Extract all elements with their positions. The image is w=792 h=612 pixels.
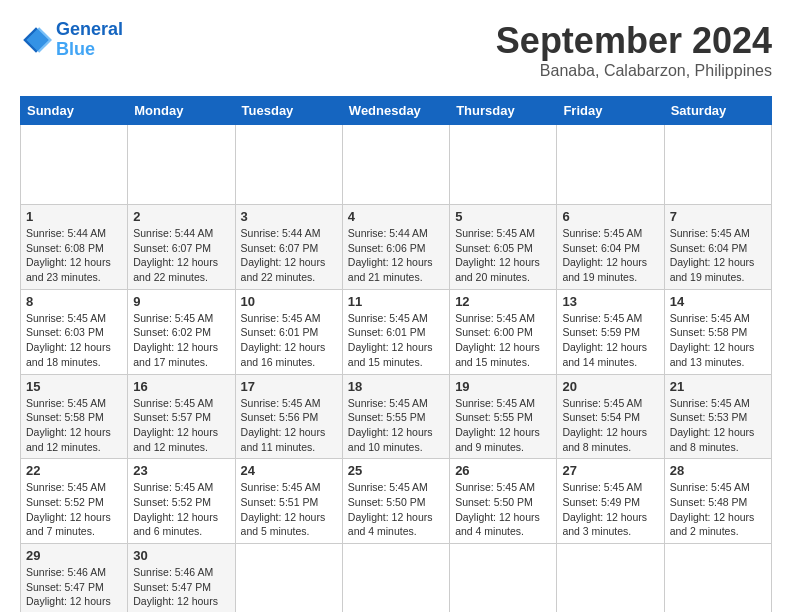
day-info: Sunrise: 5:45 AMSunset: 5:58 PMDaylight:… bbox=[26, 396, 122, 455]
month-year-title: September 2024 bbox=[496, 20, 772, 62]
weekday-header-row: SundayMondayTuesdayWednesdayThursdayFrid… bbox=[21, 97, 772, 125]
day-number: 16 bbox=[133, 379, 229, 394]
svg-marker-1 bbox=[26, 27, 52, 53]
calendar-week-row: 15Sunrise: 5:45 AMSunset: 5:58 PMDayligh… bbox=[21, 374, 772, 459]
weekday-header-thursday: Thursday bbox=[450, 97, 557, 125]
day-info: Sunrise: 5:45 AMSunset: 6:01 PMDaylight:… bbox=[241, 311, 337, 370]
logo-icon bbox=[20, 24, 52, 56]
day-info: Sunrise: 5:44 AMSunset: 6:07 PMDaylight:… bbox=[133, 226, 229, 285]
calendar-cell: 16Sunrise: 5:45 AMSunset: 5:57 PMDayligh… bbox=[128, 374, 235, 459]
weekday-header-sunday: Sunday bbox=[21, 97, 128, 125]
calendar-cell bbox=[235, 544, 342, 613]
logo-text: General Blue bbox=[56, 20, 123, 60]
day-info: Sunrise: 5:45 AMSunset: 5:52 PMDaylight:… bbox=[133, 480, 229, 539]
calendar-cell: 2Sunrise: 5:44 AMSunset: 6:07 PMDaylight… bbox=[128, 205, 235, 290]
day-number: 30 bbox=[133, 548, 229, 563]
day-info: Sunrise: 5:46 AMSunset: 5:47 PMDaylight:… bbox=[133, 565, 229, 612]
calendar-cell: 1Sunrise: 5:44 AMSunset: 6:08 PMDaylight… bbox=[21, 205, 128, 290]
day-info: Sunrise: 5:45 AMSunset: 5:52 PMDaylight:… bbox=[26, 480, 122, 539]
calendar-cell: 15Sunrise: 5:45 AMSunset: 5:58 PMDayligh… bbox=[21, 374, 128, 459]
day-info: Sunrise: 5:45 AMSunset: 6:04 PMDaylight:… bbox=[562, 226, 658, 285]
day-number: 4 bbox=[348, 209, 444, 224]
calendar-cell: 29Sunrise: 5:46 AMSunset: 5:47 PMDayligh… bbox=[21, 544, 128, 613]
calendar-cell: 23Sunrise: 5:45 AMSunset: 5:52 PMDayligh… bbox=[128, 459, 235, 544]
calendar-cell: 19Sunrise: 5:45 AMSunset: 5:55 PMDayligh… bbox=[450, 374, 557, 459]
day-info: Sunrise: 5:45 AMSunset: 5:57 PMDaylight:… bbox=[133, 396, 229, 455]
day-info: Sunrise: 5:45 AMSunset: 5:56 PMDaylight:… bbox=[241, 396, 337, 455]
calendar-cell: 4Sunrise: 5:44 AMSunset: 6:06 PMDaylight… bbox=[342, 205, 449, 290]
logo: General Blue bbox=[20, 20, 123, 60]
calendar-cell: 22Sunrise: 5:45 AMSunset: 5:52 PMDayligh… bbox=[21, 459, 128, 544]
day-info: Sunrise: 5:45 AMSunset: 5:48 PMDaylight:… bbox=[670, 480, 766, 539]
calendar-cell: 24Sunrise: 5:45 AMSunset: 5:51 PMDayligh… bbox=[235, 459, 342, 544]
day-info: Sunrise: 5:44 AMSunset: 6:08 PMDaylight:… bbox=[26, 226, 122, 285]
weekday-header-tuesday: Tuesday bbox=[235, 97, 342, 125]
calendar-table: SundayMondayTuesdayWednesdayThursdayFrid… bbox=[20, 96, 772, 612]
page-header: General Blue September 2024 Banaba, Cala… bbox=[20, 20, 772, 80]
day-number: 13 bbox=[562, 294, 658, 309]
day-number: 8 bbox=[26, 294, 122, 309]
calendar-cell: 5Sunrise: 5:45 AMSunset: 6:05 PMDaylight… bbox=[450, 205, 557, 290]
day-info: Sunrise: 5:44 AMSunset: 6:06 PMDaylight:… bbox=[348, 226, 444, 285]
day-number: 28 bbox=[670, 463, 766, 478]
day-number: 23 bbox=[133, 463, 229, 478]
day-number: 18 bbox=[348, 379, 444, 394]
calendar-cell: 7Sunrise: 5:45 AMSunset: 6:04 PMDaylight… bbox=[664, 205, 771, 290]
day-number: 14 bbox=[670, 294, 766, 309]
calendar-cell bbox=[342, 125, 449, 205]
day-number: 26 bbox=[455, 463, 551, 478]
day-info: Sunrise: 5:45 AMSunset: 5:50 PMDaylight:… bbox=[455, 480, 551, 539]
day-number: 9 bbox=[133, 294, 229, 309]
day-info: Sunrise: 5:45 AMSunset: 6:04 PMDaylight:… bbox=[670, 226, 766, 285]
location-subtitle: Banaba, Calabarzon, Philippines bbox=[496, 62, 772, 80]
day-info: Sunrise: 5:45 AMSunset: 6:03 PMDaylight:… bbox=[26, 311, 122, 370]
day-info: Sunrise: 5:45 AMSunset: 6:00 PMDaylight:… bbox=[455, 311, 551, 370]
day-info: Sunrise: 5:45 AMSunset: 5:49 PMDaylight:… bbox=[562, 480, 658, 539]
calendar-cell: 9Sunrise: 5:45 AMSunset: 6:02 PMDaylight… bbox=[128, 289, 235, 374]
day-number: 15 bbox=[26, 379, 122, 394]
calendar-cell: 30Sunrise: 5:46 AMSunset: 5:47 PMDayligh… bbox=[128, 544, 235, 613]
calendar-cell bbox=[450, 125, 557, 205]
calendar-cell: 3Sunrise: 5:44 AMSunset: 6:07 PMDaylight… bbox=[235, 205, 342, 290]
calendar-cell: 20Sunrise: 5:45 AMSunset: 5:54 PMDayligh… bbox=[557, 374, 664, 459]
calendar-cell: 14Sunrise: 5:45 AMSunset: 5:58 PMDayligh… bbox=[664, 289, 771, 374]
day-info: Sunrise: 5:45 AMSunset: 5:55 PMDaylight:… bbox=[348, 396, 444, 455]
calendar-cell bbox=[342, 544, 449, 613]
day-info: Sunrise: 5:45 AMSunset: 5:53 PMDaylight:… bbox=[670, 396, 766, 455]
day-number: 7 bbox=[670, 209, 766, 224]
day-info: Sunrise: 5:45 AMSunset: 5:51 PMDaylight:… bbox=[241, 480, 337, 539]
day-number: 6 bbox=[562, 209, 658, 224]
day-info: Sunrise: 5:45 AMSunset: 6:05 PMDaylight:… bbox=[455, 226, 551, 285]
day-info: Sunrise: 5:45 AMSunset: 5:50 PMDaylight:… bbox=[348, 480, 444, 539]
day-info: Sunrise: 5:45 AMSunset: 5:59 PMDaylight:… bbox=[562, 311, 658, 370]
day-info: Sunrise: 5:45 AMSunset: 5:54 PMDaylight:… bbox=[562, 396, 658, 455]
calendar-cell: 11Sunrise: 5:45 AMSunset: 6:01 PMDayligh… bbox=[342, 289, 449, 374]
day-number: 25 bbox=[348, 463, 444, 478]
calendar-cell: 27Sunrise: 5:45 AMSunset: 5:49 PMDayligh… bbox=[557, 459, 664, 544]
day-number: 12 bbox=[455, 294, 551, 309]
day-number: 5 bbox=[455, 209, 551, 224]
calendar-cell: 21Sunrise: 5:45 AMSunset: 5:53 PMDayligh… bbox=[664, 374, 771, 459]
day-info: Sunrise: 5:44 AMSunset: 6:07 PMDaylight:… bbox=[241, 226, 337, 285]
calendar-cell bbox=[450, 544, 557, 613]
day-number: 17 bbox=[241, 379, 337, 394]
calendar-cell bbox=[557, 125, 664, 205]
day-number: 29 bbox=[26, 548, 122, 563]
weekday-header-saturday: Saturday bbox=[664, 97, 771, 125]
day-number: 19 bbox=[455, 379, 551, 394]
calendar-cell: 10Sunrise: 5:45 AMSunset: 6:01 PMDayligh… bbox=[235, 289, 342, 374]
day-number: 1 bbox=[26, 209, 122, 224]
calendar-cell: 25Sunrise: 5:45 AMSunset: 5:50 PMDayligh… bbox=[342, 459, 449, 544]
weekday-header-friday: Friday bbox=[557, 97, 664, 125]
calendar-cell: 17Sunrise: 5:45 AMSunset: 5:56 PMDayligh… bbox=[235, 374, 342, 459]
day-number: 27 bbox=[562, 463, 658, 478]
calendar-cell: 13Sunrise: 5:45 AMSunset: 5:59 PMDayligh… bbox=[557, 289, 664, 374]
day-number: 22 bbox=[26, 463, 122, 478]
calendar-week-row: 1Sunrise: 5:44 AMSunset: 6:08 PMDaylight… bbox=[21, 205, 772, 290]
day-number: 20 bbox=[562, 379, 658, 394]
calendar-cell: 8Sunrise: 5:45 AMSunset: 6:03 PMDaylight… bbox=[21, 289, 128, 374]
calendar-cell bbox=[664, 125, 771, 205]
day-number: 11 bbox=[348, 294, 444, 309]
calendar-cell: 12Sunrise: 5:45 AMSunset: 6:00 PMDayligh… bbox=[450, 289, 557, 374]
day-number: 10 bbox=[241, 294, 337, 309]
